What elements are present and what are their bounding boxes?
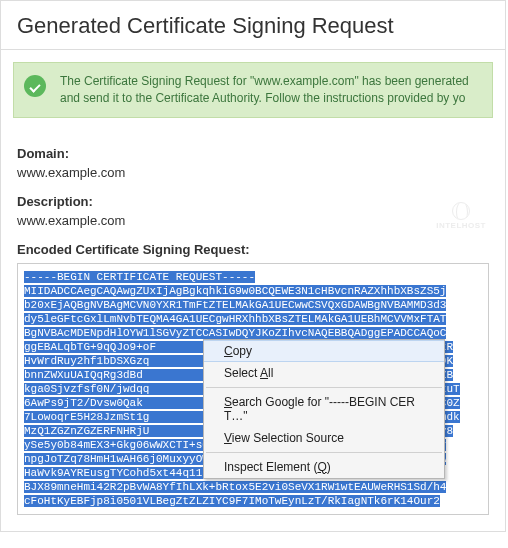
ctx-select-all[interactable]: Select All xyxy=(204,362,444,384)
domain-label: Domain: xyxy=(17,146,489,161)
csr-textarea[interactable]: -----BEGIN CERTIFICATE REQUEST-----MIIDA… xyxy=(17,263,489,515)
globe-icon xyxy=(452,202,470,220)
ctx-search-google[interactable]: Search Google for "-----BEGIN CERT…" xyxy=(204,391,444,427)
description-value: www.example.com xyxy=(17,213,489,228)
brand-watermark: INTELHOST xyxy=(436,202,486,230)
ctx-view-source[interactable]: View Selection Source xyxy=(204,427,444,449)
ctx-inspect[interactable]: Inspect Element (Q) xyxy=(204,456,444,478)
csr-line: cFoHtKyEBFjp8i0501VLBegZtZLZIYC9F7IMoTwE… xyxy=(24,494,482,508)
context-menu: Copy Select All Search Google for "-----… xyxy=(203,339,445,479)
ctx-copy[interactable]: Copy xyxy=(204,340,444,362)
success-alert: The Certificate Signing Request for "www… xyxy=(13,62,493,118)
csr-label: Encoded Certificate Signing Request: xyxy=(17,242,489,257)
csr-line: MIIDADCCAegCAQAwgZUxIjAgBgkqhkiG9w0BCQEW… xyxy=(24,284,482,298)
csr-line: -----BEGIN CERTIFICATE REQUEST----- xyxy=(24,270,482,284)
page-title: Generated Certificate Signing Request xyxy=(1,1,505,50)
ctx-separator xyxy=(206,387,442,388)
description-label: Description: xyxy=(17,194,489,209)
alert-text: The Certificate Signing Request for "www… xyxy=(60,74,469,105)
csr-line: BJX89mneHmi42R2pBvWA8YfIhLXk+bRtox5E2vi0… xyxy=(24,480,482,494)
check-circle-icon xyxy=(24,75,46,97)
domain-value: www.example.com xyxy=(17,165,489,180)
csr-line: dy5leGFtcGxlLmNvbTEQMA4GA1UECgwHRXhhbXBs… xyxy=(24,312,482,326)
ctx-separator xyxy=(206,452,442,453)
csr-line: b20xEjAQBgNVBAgMCVN0YXR1TmFtZTELMAkGA1UE… xyxy=(24,298,482,312)
csr-line: BgNVBAcMDENpdHlOYW1lSGVyZTCCASIwDQYJKoZI… xyxy=(24,326,482,340)
